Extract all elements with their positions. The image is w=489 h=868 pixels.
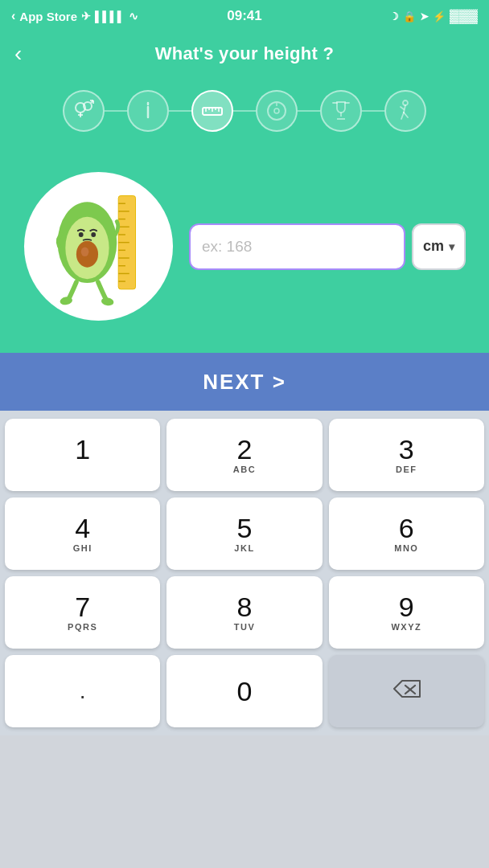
signal-icon: ▌▌▌▌ [95, 10, 125, 23]
svg-point-40 [81, 247, 89, 256]
svg-line-22 [401, 107, 404, 109]
step-1 [63, 90, 105, 132]
step-2 [127, 90, 169, 132]
step-line-5 [362, 110, 384, 112]
bluetooth-icon: ⚡ [433, 10, 446, 23]
status-time: 09:41 [227, 8, 261, 24]
keyboard-row-4: . 0 [5, 655, 484, 727]
svg-point-44 [101, 297, 114, 306]
svg-line-24 [404, 113, 408, 117]
keyboard-row-1: 1 2 ABC 3 DEF [5, 419, 484, 491]
key-dot[interactable]: . [5, 655, 160, 727]
step-3 [191, 90, 233, 132]
step-progress [0, 76, 489, 156]
battery-icon: ▓▓▓ [450, 9, 478, 23]
top-nav: ‹ What's your height ? [0, 32, 489, 76]
step-line-1 [105, 110, 127, 112]
step-circle-4 [256, 90, 298, 132]
next-button[interactable]: NEXT > [0, 353, 489, 411]
step-4 [256, 90, 298, 132]
key-1[interactable]: 1 [5, 419, 160, 491]
height-input[interactable] [189, 223, 405, 270]
step-circle-1 [63, 90, 105, 132]
lock-icon: 🔒 [403, 10, 416, 23]
unit-dropdown-arrow: ▾ [449, 240, 454, 253]
wifi-icon: ∿ [129, 10, 138, 23]
moon-icon: ☽ [389, 10, 399, 23]
svg-point-41 [79, 232, 84, 237]
step-line-2 [169, 110, 191, 112]
key-3[interactable]: 3 DEF [329, 419, 484, 491]
height-input-row: cm ▾ [189, 223, 466, 270]
avocado-illustration [24, 172, 173, 321]
next-button-label: NEXT > [203, 370, 286, 395]
back-button[interactable]: ‹ [14, 43, 22, 65]
key-4[interactable]: 4 GHI [5, 497, 160, 570]
step-6 [384, 90, 426, 132]
step-circle-6 [384, 90, 426, 132]
step-circle-5 [320, 90, 362, 132]
key-9[interactable]: 9 WXYZ [329, 576, 484, 649]
keyboard: 1 2 ABC 3 DEF 4 GHI 5 JKL 6 MNO 7 PQRS [0, 411, 489, 735]
keyboard-row-2: 4 GHI 5 JKL 6 MNO [5, 497, 484, 570]
page-title: What's your height ? [155, 43, 335, 64]
location-icon: ➤ [420, 10, 429, 23]
main-content: cm ▾ [0, 156, 489, 353]
step-line-3 [233, 110, 256, 112]
status-left: ‹ App Store ✈ ▌▌▌▌ ∿ [11, 9, 138, 23]
step-line-4 [298, 110, 320, 112]
key-0[interactable]: 0 [166, 655, 322, 727]
unit-value: cm [423, 238, 444, 255]
unit-selector[interactable]: cm ▾ [412, 223, 466, 270]
key-delete[interactable] [329, 655, 484, 727]
back-arrow-small: ‹ [11, 9, 15, 23]
input-area: cm ▾ [189, 223, 466, 270]
svg-point-42 [91, 232, 96, 237]
key-5[interactable]: 5 JKL [166, 497, 322, 570]
key-2[interactable]: 2 ABC [166, 419, 322, 491]
status-right: ☽ 🔒 ➤ ⚡ ▓▓▓ [389, 9, 478, 23]
key-7[interactable]: 7 PQRS [5, 576, 160, 649]
step-5 [320, 90, 362, 132]
delete-icon [391, 678, 421, 706]
avocado-svg [40, 184, 157, 309]
svg-line-23 [401, 113, 404, 119]
keyboard-row-3: 7 PQRS 8 TUV 9 WXYZ [5, 576, 484, 649]
status-bar: ‹ App Store ✈ ▌▌▌▌ ∿ 09:41 ☽ 🔒 ➤ ⚡ ▓▓▓ [0, 0, 489, 32]
step-circle-3 [191, 90, 233, 132]
carrier-label: App Store [19, 10, 77, 23]
airplane-icon: ✈ [81, 10, 91, 23]
step-circle-2 [127, 90, 169, 132]
svg-point-16 [274, 108, 279, 113]
key-8[interactable]: 8 TUV [166, 576, 322, 649]
key-6[interactable]: 6 MNO [329, 497, 484, 570]
